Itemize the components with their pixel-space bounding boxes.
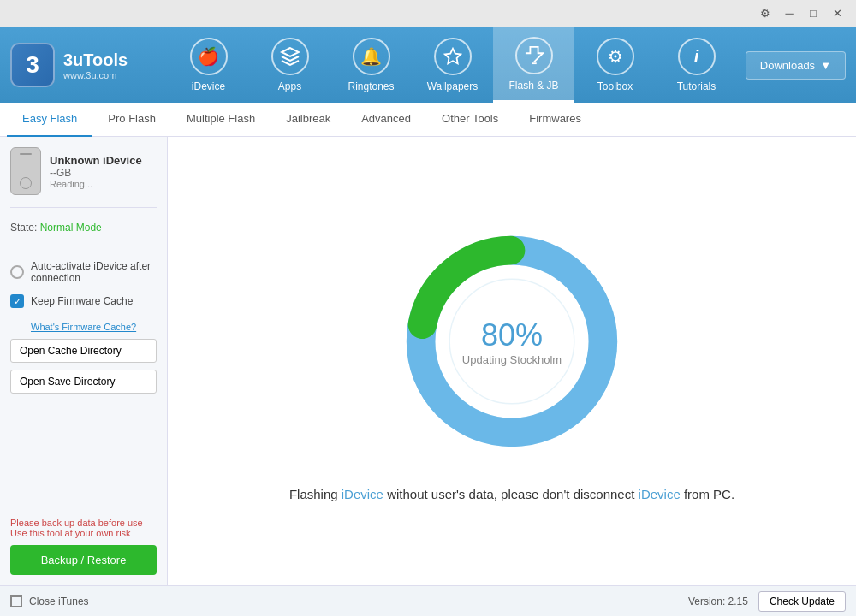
sub-tab-easy-flash[interactable]: Easy Flash bbox=[7, 103, 92, 137]
downloads-button[interactable]: Downloads ▼ bbox=[746, 51, 846, 80]
tab-tutorials-label: Tutorials bbox=[677, 80, 716, 92]
open-cache-directory-button[interactable]: Open Cache Directory bbox=[10, 339, 157, 363]
downloads-label: Downloads bbox=[760, 59, 815, 72]
logo-icon: 3 bbox=[10, 43, 55, 87]
backup-restore-button[interactable]: Backup / Restore bbox=[10, 545, 157, 575]
warning-line1: Please back up data before use bbox=[10, 518, 157, 528]
version-label: Version: 2.15 bbox=[688, 595, 748, 607]
tab-idevice-label: iDevice bbox=[192, 80, 225, 92]
status-bar: Close iTunes Version: 2.15 Check Update bbox=[0, 585, 856, 616]
sub-nav: Easy Flash Pro Flash Multiple Flash Jail… bbox=[0, 103, 856, 137]
tab-flash-jb[interactable]: Flash & JB bbox=[493, 27, 574, 103]
state-row: State: Normal Mode bbox=[10, 222, 157, 246]
maximize-btn[interactable]: □ bbox=[801, 2, 825, 26]
wallpapers-icon bbox=[434, 38, 472, 75]
progress-donut: 80% Updating Stockholm bbox=[392, 222, 632, 461]
apps-icon bbox=[271, 38, 309, 75]
itunes-status-icon bbox=[10, 595, 22, 607]
tab-ringtones[interactable]: 🔔 Ringtones bbox=[330, 27, 412, 103]
sub-tab-multiple-flash[interactable]: Multiple Flash bbox=[171, 103, 270, 137]
keep-firmware-checkbox[interactable]: ✓ bbox=[10, 294, 24, 308]
logo-text: 3uTools www.3u.com bbox=[63, 50, 128, 80]
tab-apps[interactable]: Apps bbox=[249, 27, 330, 103]
flash-highlight-1: iDevice bbox=[342, 487, 383, 501]
auto-activate-radio[interactable] bbox=[10, 265, 24, 279]
sub-tab-firmwares[interactable]: Firmwares bbox=[514, 103, 597, 137]
status-right: Version: 2.15 Check Update bbox=[688, 591, 846, 612]
idevice-icon: 🍎 bbox=[190, 38, 228, 75]
content-area: 80% Updating Stockholm Flashing iDevice … bbox=[168, 137, 856, 585]
ringtones-icon: 🔔 bbox=[353, 38, 390, 75]
keep-firmware-label: Keep Firmware Cache bbox=[31, 295, 133, 307]
nav-tabs: 🍎 iDevice Apps 🔔 Ringtones Wallpapers bbox=[168, 27, 746, 103]
flash-highlight-2: iDevice bbox=[639, 487, 681, 501]
check-update-button[interactable]: Check Update bbox=[758, 591, 846, 612]
tutorials-icon: i bbox=[678, 38, 716, 75]
title-bar: ⚙ ─ □ ✕ bbox=[0, 0, 856, 27]
tab-ringtones-label: Ringtones bbox=[348, 80, 394, 92]
warning-line2: Use this tool at your own risk bbox=[10, 528, 157, 538]
open-save-directory-button[interactable]: Open Save Directory bbox=[10, 370, 157, 394]
tab-tutorials[interactable]: i Tutorials bbox=[656, 27, 737, 103]
tab-idevice[interactable]: 🍎 iDevice bbox=[168, 27, 249, 103]
warning-text: Please back up data before use Use this … bbox=[10, 518, 157, 538]
auto-activate-label: Auto-activate iDevice after connection bbox=[31, 260, 157, 284]
tab-toolbox-label: Toolbox bbox=[597, 80, 633, 92]
tab-apps-label: Apps bbox=[278, 80, 301, 92]
app-url: www.3u.com bbox=[63, 70, 128, 80]
close-itunes-label[interactable]: Close iTunes bbox=[29, 595, 89, 607]
downloads-arrow-icon: ▼ bbox=[820, 59, 831, 72]
app-name: 3uTools bbox=[63, 50, 128, 70]
tab-toolbox[interactable]: ⚙ Toolbox bbox=[574, 27, 656, 103]
state-value: Normal Mode bbox=[40, 222, 102, 234]
sub-tab-jailbreak[interactable]: Jailbreak bbox=[270, 103, 346, 137]
auto-activate-option[interactable]: Auto-activate iDevice after connection bbox=[10, 260, 157, 284]
flash-message: Flashing iDevice without user's data, pl… bbox=[289, 487, 734, 501]
device-name: Unknown iDevice bbox=[50, 154, 142, 167]
device-icon bbox=[10, 147, 41, 195]
settings-btn[interactable]: ⚙ bbox=[753, 2, 777, 26]
firmware-cache-link[interactable]: What's Firmware Cache? bbox=[31, 322, 136, 332]
tab-wallpapers-label: Wallpapers bbox=[427, 80, 479, 92]
toolbox-icon: ⚙ bbox=[597, 38, 634, 75]
header: 3 3uTools www.3u.com 🍎 iDevice Apps 🔔 Ri… bbox=[0, 27, 856, 103]
device-storage: --GB bbox=[50, 167, 142, 179]
close-btn[interactable]: ✕ bbox=[825, 2, 849, 26]
state-label: State: bbox=[10, 222, 37, 234]
keep-firmware-option: ✓ Keep Firmware Cache What's Firmware Ca… bbox=[10, 294, 157, 334]
device-section: Unknown iDevice --GB Reading... bbox=[10, 147, 157, 208]
progress-label: Updating Stockholm bbox=[462, 352, 562, 365]
main-layout: Unknown iDevice --GB Reading... State: N… bbox=[0, 137, 856, 585]
logo-area: 3 3uTools www.3u.com bbox=[0, 43, 168, 87]
progress-percent: 80% bbox=[462, 317, 562, 352]
sub-tab-advanced[interactable]: Advanced bbox=[346, 103, 426, 137]
tab-flash-jb-label: Flash & JB bbox=[508, 80, 558, 92]
flash-jb-icon bbox=[515, 37, 553, 74]
status-left: Close iTunes bbox=[10, 595, 89, 607]
device-info: Unknown iDevice --GB Reading... bbox=[50, 154, 142, 189]
donut-center: 80% Updating Stockholm bbox=[462, 317, 562, 365]
sidebar: Unknown iDevice --GB Reading... State: N… bbox=[0, 137, 168, 585]
sub-tab-other-tools[interactable]: Other Tools bbox=[426, 103, 514, 137]
tab-wallpapers[interactable]: Wallpapers bbox=[412, 27, 493, 103]
device-status: Reading... bbox=[50, 179, 142, 189]
svg-marker-0 bbox=[444, 49, 460, 63]
minimize-btn[interactable]: ─ bbox=[777, 2, 801, 26]
sub-tab-pro-flash[interactable]: Pro Flash bbox=[92, 103, 171, 137]
